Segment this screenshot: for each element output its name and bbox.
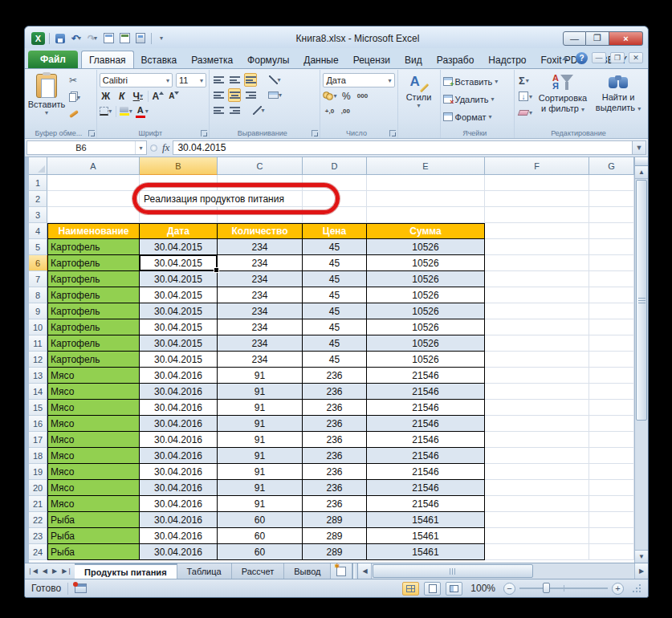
row-header-24[interactable]: 24 [29, 544, 47, 560]
ribbon-tab[interactable]: Вставка [134, 51, 185, 68]
row-header-10[interactable]: 10 [29, 319, 47, 335]
cell-F21[interactable] [485, 496, 589, 512]
column-header-F[interactable]: F [485, 157, 589, 175]
cell-A18[interactable]: Мясо [47, 448, 140, 464]
row-header-23[interactable]: 23 [29, 528, 47, 544]
normal-view-button[interactable] [402, 582, 419, 596]
font-size-select[interactable]: 11▾ [176, 73, 206, 87]
cell-E22[interactable]: 15461 [367, 512, 485, 528]
row-header-7[interactable]: 7 [29, 271, 47, 287]
zoom-slider-thumb[interactable] [543, 583, 550, 593]
cell-F6[interactable] [485, 255, 589, 271]
column-header-E[interactable]: E [367, 157, 485, 175]
cell-G18[interactable] [589, 448, 634, 464]
cell-A10[interactable]: Картофель [47, 319, 140, 335]
cell-A13[interactable]: Мясо [47, 368, 140, 384]
workbook-restore-icon[interactable]: ❐ [610, 52, 625, 63]
prev-sheet-icon[interactable]: ◀ [43, 567, 47, 575]
cell-B10[interactable]: 30.04.2015 [140, 319, 218, 335]
ribbon-tab[interactable]: Рецензи [346, 51, 397, 68]
cell-A11[interactable]: Картофель [47, 335, 140, 352]
cell-D14[interactable]: 236 [303, 384, 367, 400]
cell-D8[interactable]: 45 [303, 287, 367, 303]
cell-F12[interactable] [485, 352, 589, 368]
cell-E10[interactable]: 10526 [367, 319, 485, 335]
cell-C11[interactable]: 234 [218, 335, 303, 352]
cell-B21[interactable]: 30.04.2016 [140, 496, 218, 512]
cell-D23[interactable]: 289 [303, 528, 367, 544]
cell-E7[interactable]: 10526 [367, 271, 485, 287]
row-header-8[interactable]: 8 [29, 287, 47, 303]
alignment-dialog-launcher-icon[interactable] [312, 130, 318, 136]
cell-B6[interactable]: 30.04.2015 [140, 255, 218, 271]
row-header-21[interactable]: 21 [29, 496, 47, 512]
cell-D19[interactable]: 236 [303, 464, 367, 480]
cell-F15[interactable] [485, 400, 589, 416]
cell-A17[interactable]: Мясо [47, 432, 140, 448]
row-header-22[interactable]: 22 [29, 512, 47, 528]
cell-A1[interactable] [47, 175, 140, 191]
merge-center-button[interactable]: ▾ [268, 88, 282, 102]
zoom-level-text[interactable]: 100% [470, 583, 495, 594]
record-macro-icon[interactable] [75, 583, 87, 593]
fill-button[interactable]: ↓▾ [517, 89, 534, 104]
cell-B22[interactable]: 30.04.2016 [140, 512, 218, 528]
row-header-5[interactable]: 5 [29, 239, 47, 255]
cell-F5[interactable] [485, 239, 589, 255]
cell-C15[interactable]: 91 [218, 400, 303, 416]
cell-B12[interactable]: 30.04.2015 [140, 352, 218, 368]
cell-G13[interactable] [589, 368, 634, 384]
restore-button[interactable]: ❐ [586, 31, 609, 46]
row-header-20[interactable]: 20 [29, 480, 47, 496]
cell-A20[interactable]: Мясо [47, 480, 140, 496]
next-sheet-icon[interactable]: ▶ [52, 567, 57, 575]
cell-G8[interactable] [589, 287, 634, 303]
cell-E18[interactable]: 21546 [367, 448, 485, 464]
increase-decimal-button[interactable]: +,0 [323, 104, 336, 118]
excel-logo-icon[interactable]: X [31, 32, 45, 45]
cell-C19[interactable]: 91 [218, 464, 303, 480]
minimize-button[interactable]: — [563, 31, 586, 46]
row-header-17[interactable]: 17 [29, 432, 47, 448]
cell-G4[interactable] [589, 223, 634, 239]
minimize-ribbon-icon[interactable] [559, 51, 572, 64]
cell-G16[interactable] [589, 416, 634, 432]
cell-D21[interactable]: 236 [303, 496, 367, 512]
tab-split-handle[interactable] [352, 563, 358, 579]
decrease-indent-button[interactable] [212, 104, 225, 117]
cell-G20[interactable] [589, 480, 634, 496]
cell-C10[interactable]: 234 [218, 319, 303, 335]
cell-F20[interactable] [485, 480, 589, 496]
cell-D10[interactable]: 45 [303, 319, 367, 335]
cell-E3[interactable] [367, 207, 485, 223]
expand-formula-bar-icon[interactable]: ▼ [633, 140, 646, 155]
bold-button[interactable]: Ж [100, 89, 112, 103]
help-icon[interactable]: ? [576, 52, 588, 64]
name-box-resize-dot[interactable] [150, 144, 157, 152]
cell-G21[interactable] [589, 496, 634, 512]
italic-button[interactable]: К [116, 89, 128, 103]
font-name-select[interactable]: Calibri▾ [100, 73, 173, 87]
cell-D13[interactable]: 236 [303, 368, 367, 384]
cell-D9[interactable]: 45 [303, 303, 367, 319]
zoom-in-icon[interactable]: + [612, 583, 624, 595]
cell-C18[interactable]: 91 [218, 448, 303, 464]
row-header-15[interactable]: 15 [29, 400, 47, 416]
cell-C22[interactable]: 60 [218, 512, 303, 528]
align-left-button[interactable] [212, 88, 225, 102]
cell-B9[interactable]: 30.04.2015 [140, 303, 218, 319]
grow-font-button[interactable]: A [152, 89, 165, 103]
underline-button[interactable]: Ч▾ [132, 89, 145, 103]
cell-A8[interactable]: Картофель [47, 287, 140, 303]
cell-A4[interactable]: Наименование [47, 223, 140, 239]
row-header-6[interactable]: 6 [29, 255, 47, 271]
cell-A15[interactable]: Мясо [47, 400, 140, 416]
cut-button[interactable]: ✂ [67, 73, 83, 87]
cell-G22[interactable] [589, 512, 634, 528]
cell-E19[interactable]: 21546 [367, 464, 485, 480]
first-sheet-icon[interactable]: ❘◀ [27, 567, 38, 575]
cell-B4[interactable]: Дата [140, 223, 218, 239]
row-header-2[interactable]: 2 [29, 191, 47, 207]
sheet-tab[interactable]: Продукты питания [75, 563, 177, 579]
cell-A24[interactable]: Рыба [47, 544, 140, 560]
